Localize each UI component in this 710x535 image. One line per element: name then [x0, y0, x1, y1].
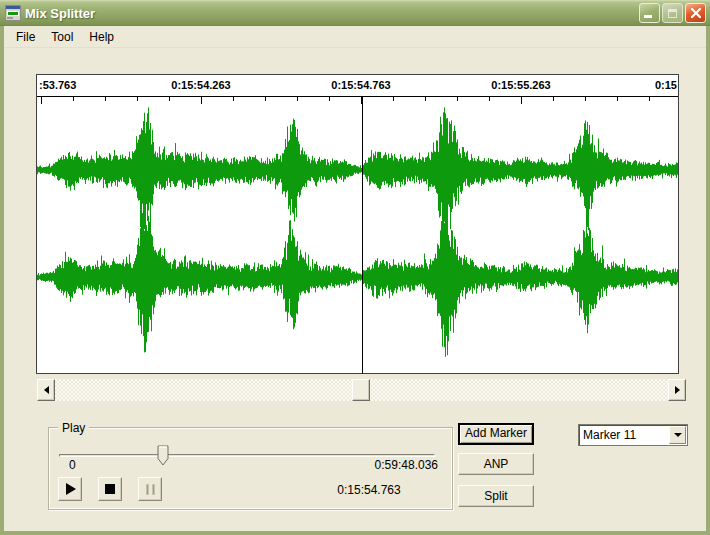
current-time-label: 0:15:54.763: [304, 483, 434, 497]
window-title: Mix Splitter: [25, 6, 639, 21]
title-bar: Mix Splitter: [0, 0, 710, 26]
marker-select[interactable]: Marker 11: [578, 424, 688, 446]
slider-min-label: 0: [69, 458, 76, 472]
horizontal-scrollbar[interactable]: [37, 379, 686, 401]
waveform-display[interactable]: [37, 96, 678, 373]
menu-bar: FileToolHelp: [4, 26, 706, 48]
minimize-button[interactable]: [639, 3, 660, 23]
minimize-icon: [644, 15, 652, 18]
total-duration-label: 0:59:48.036: [375, 458, 438, 472]
chevron-down-icon: [674, 433, 682, 437]
ruler-label: 0:15: [655, 79, 677, 91]
close-button[interactable]: [685, 3, 706, 23]
ruler-label: 0:15:55.263: [491, 79, 550, 91]
stop-icon: [105, 484, 115, 494]
app-icon: [5, 5, 21, 21]
split-button[interactable]: Split: [458, 485, 534, 507]
ruler-label: :53.763: [39, 79, 76, 91]
arrow-right-icon: [675, 386, 680, 394]
menu-item-tool[interactable]: Tool: [43, 28, 81, 46]
slider-track[interactable]: [59, 454, 435, 457]
play-button[interactable]: [58, 477, 82, 501]
marker-select-dropdown-button[interactable]: [669, 426, 686, 444]
time-ruler: :53.7630:15:54.2630:15:54.7630:15:55.263…: [37, 75, 678, 96]
ruler-label: 0:15:54.763: [331, 79, 390, 91]
pause-button[interactable]: [138, 477, 162, 501]
close-icon: [689, 6, 703, 20]
maximize-icon: [668, 9, 677, 18]
maximize-button[interactable]: [662, 3, 683, 23]
play-group-label: Play: [58, 421, 89, 435]
arrow-left-icon: [44, 386, 49, 394]
stop-button[interactable]: [98, 477, 122, 501]
ruler-label: 0:15:54.263: [171, 79, 230, 91]
marker-select-value: Marker 11: [579, 425, 669, 445]
pause-icon: [146, 484, 155, 495]
client-area: :53.7630:15:54.2630:15:54.7630:15:55.263…: [4, 48, 706, 531]
app-window: Mix Splitter FileToolHelp :53.7630:15:54…: [0, 0, 710, 535]
waveform-panel: :53.7630:15:54.2630:15:54.7630:15:55.263…: [36, 74, 679, 374]
play-icon: [66, 483, 76, 495]
scroll-right-button[interactable]: [668, 379, 686, 401]
scroll-left-button[interactable]: [37, 379, 55, 401]
add-marker-button[interactable]: Add Marker: [458, 423, 534, 445]
play-groupbox: Play 0 0:59:48.036 0:15:54.763: [48, 427, 453, 510]
slider-thumb[interactable]: [157, 445, 169, 466]
scrollbar-thumb[interactable]: [352, 379, 370, 401]
menu-item-file[interactable]: File: [8, 28, 43, 46]
anp-button[interactable]: ANP: [458, 453, 534, 475]
menu-item-help[interactable]: Help: [81, 28, 122, 46]
waveform-canvas[interactable]: [37, 97, 678, 374]
